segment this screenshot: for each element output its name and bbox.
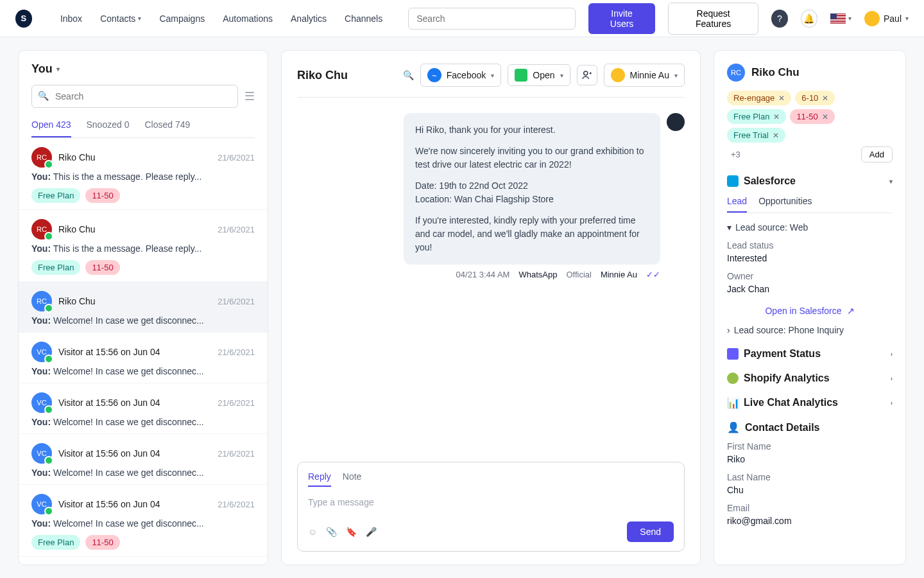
search-input[interactable] xyxy=(408,8,576,30)
composer: Reply Note ☺ 📎 🔖 🎤 Send xyxy=(297,462,685,552)
nav-analytics[interactable]: Analytics xyxy=(291,13,327,24)
email-label: Email xyxy=(727,503,893,513)
tag-chip[interactable]: 6-10 ✕ xyxy=(795,91,835,105)
nav-contacts[interactable]: Contacts▾ xyxy=(100,13,141,24)
section-contact[interactable]: 👤Contact Details xyxy=(727,421,893,434)
channel-selector[interactable]: ~ Facebook▾ xyxy=(420,64,501,87)
nav-campaigns[interactable]: Campaigns xyxy=(159,13,205,24)
conversation-date: 21/6/2021 xyxy=(218,225,255,234)
bell-icon[interactable]: 🔔 xyxy=(801,10,817,28)
conversation-item[interactable]: RCRiko Chu21/6/2021You: Welcome! In case… xyxy=(19,282,268,333)
inbox-selector[interactable]: You▾ xyxy=(31,62,255,76)
avatar xyxy=(864,11,880,26)
external-link-icon: ↗ xyxy=(847,306,855,316)
tab-closed[interactable]: Closed 749 xyxy=(144,119,190,137)
more-tags[interactable]: +3 xyxy=(727,147,744,162)
inbox-search-input[interactable] xyxy=(31,85,238,108)
invite-users-button[interactable]: Invite Users xyxy=(588,3,655,34)
owner-label: Owner xyxy=(727,271,893,281)
tag-chip: Free Plan xyxy=(31,188,80,203)
email-value: riko@gmail.com xyxy=(727,516,893,526)
nav-inbox[interactable]: Inbox xyxy=(60,13,82,24)
attach-icon[interactable]: 📎 xyxy=(326,527,337,537)
conversation-date: 21/6/2021 xyxy=(218,398,255,408)
avatar xyxy=(611,68,625,82)
lead-status-label: Lead status xyxy=(727,240,893,250)
add-tag-button[interactable]: Add xyxy=(861,146,893,162)
conversation-date: 21/6/2021 xyxy=(218,347,255,357)
send-button[interactable]: Send xyxy=(627,521,674,542)
remove-tag-icon[interactable]: ✕ xyxy=(773,131,779,140)
conversation-date: 21/6/2021 xyxy=(218,153,255,162)
tab-lead[interactable]: Lead xyxy=(727,196,747,213)
lead-source-web[interactable]: ▾Lead source: Web xyxy=(727,222,893,232)
avatar: VC xyxy=(31,392,52,413)
thread-title: Riko Chu xyxy=(297,69,348,82)
message-meta: 04/21 3:44 AM WhatsApp Official Minnie A… xyxy=(404,270,660,279)
salesforce-icon xyxy=(727,175,739,187)
tag-chip[interactable]: Re-engage ✕ xyxy=(727,91,791,105)
filter-icon[interactable]: ☰ xyxy=(244,89,255,103)
user-name: Paul xyxy=(884,13,902,24)
status-icon xyxy=(515,69,527,82)
conversation-name: Riko Chu xyxy=(58,224,96,234)
conversation-item[interactable]: VCVisitor at 15:56 on Jun 0421/6/2021You… xyxy=(19,485,268,557)
remove-tag-icon[interactable]: ✕ xyxy=(778,94,785,103)
section-shopify[interactable]: Shopify Analytics› xyxy=(727,372,893,384)
first-name-label: First Name xyxy=(727,441,893,451)
lead-source-phone[interactable]: ›Lead source: Phone Inquiry xyxy=(727,325,893,335)
tag-chip[interactable]: Free Plan ✕ xyxy=(727,109,786,124)
conversation-date: 21/6/2021 xyxy=(218,297,255,306)
bookmark-icon[interactable]: 🔖 xyxy=(346,527,357,537)
status-selector[interactable]: Open▾ xyxy=(508,64,570,86)
stripe-icon xyxy=(727,348,739,360)
conversation-item[interactable]: VCVisitor at 15:56 on Jun 0421/6/2021You… xyxy=(19,434,268,485)
request-features-button[interactable]: Request Features xyxy=(668,3,758,35)
tag-chip[interactable]: Free Trial ✕ xyxy=(727,128,785,143)
tab-note[interactable]: Note xyxy=(343,471,362,487)
user-menu[interactable]: Paul ▾ xyxy=(864,11,909,26)
thread-panel: Riko Chu 🔍 ~ Facebook▾ Open▾ Minnie Au▾ xyxy=(281,50,701,565)
remove-tag-icon[interactable]: ✕ xyxy=(773,112,780,121)
locale-selector[interactable]: ▾ xyxy=(830,13,851,24)
tag-chip: Free Plan xyxy=(31,535,80,550)
conversation-item[interactable]: RCRiko Chu21/6/2021You: This is the a me… xyxy=(19,210,268,282)
person-icon: 👤 xyxy=(727,421,740,434)
logo[interactable]: S xyxy=(15,10,32,28)
shopify-icon xyxy=(727,372,739,384)
nav-automations[interactable]: Automations xyxy=(223,13,273,24)
last-name-value: Chu xyxy=(727,485,893,495)
section-livechat[interactable]: 📊Live Chat Analytics› xyxy=(727,397,893,408)
assignee-selector[interactable]: Minnie Au▾ xyxy=(604,64,685,87)
section-payment[interactable]: Payment Status› xyxy=(727,348,893,360)
nav-channels[interactable]: Channels xyxy=(345,13,382,24)
remove-tag-icon[interactable]: ✕ xyxy=(822,112,828,121)
svg-point-0 xyxy=(583,71,587,75)
open-in-salesforce-link[interactable]: Open in Salesforce↗ xyxy=(727,306,893,316)
conversation-item[interactable]: VCVisitor at 15:56 on Jun 0421/6/2021You… xyxy=(19,383,268,434)
tab-open[interactable]: Open 423 xyxy=(31,119,71,137)
last-name-label: Last Name xyxy=(727,472,893,482)
help-icon[interactable]: ? xyxy=(771,10,788,28)
message-input[interactable] xyxy=(308,495,674,510)
search-thread-icon[interactable]: 🔍 xyxy=(403,70,414,80)
avatar: VC xyxy=(31,443,52,464)
tag-chip[interactable]: 11-50 ✕ xyxy=(790,109,834,124)
conversation-name: Visitor at 15:56 on Jun 04 xyxy=(58,448,160,459)
owner-value: Jack Chan xyxy=(727,284,893,294)
section-salesforce[interactable]: Salesforce ▾ xyxy=(727,175,893,187)
tab-opportunities[interactable]: Opportunities xyxy=(758,196,812,213)
assign-icon[interactable] xyxy=(577,65,597,85)
tag-chip: 11-50 xyxy=(85,188,119,203)
conversation-item[interactable]: VCVisitor at 15:56 on Jun 0421/6/2021You… xyxy=(19,333,268,383)
remove-tag-icon[interactable]: ✕ xyxy=(822,94,828,103)
tag-chip: Free Plan xyxy=(31,260,80,275)
conversation-date: 21/6/2021 xyxy=(218,500,255,509)
tab-snoozed[interactable]: Snoozed 0 xyxy=(87,119,130,137)
emoji-icon[interactable]: ☺ xyxy=(308,527,317,537)
mic-icon[interactable]: 🎤 xyxy=(366,527,377,537)
read-receipt-icon: ✓✓ xyxy=(646,270,660,279)
conversation-item[interactable]: RCRiko Chu21/6/2021You: This is the a me… xyxy=(19,138,268,210)
avatar: VC xyxy=(31,494,52,514)
tab-reply[interactable]: Reply xyxy=(308,471,331,487)
